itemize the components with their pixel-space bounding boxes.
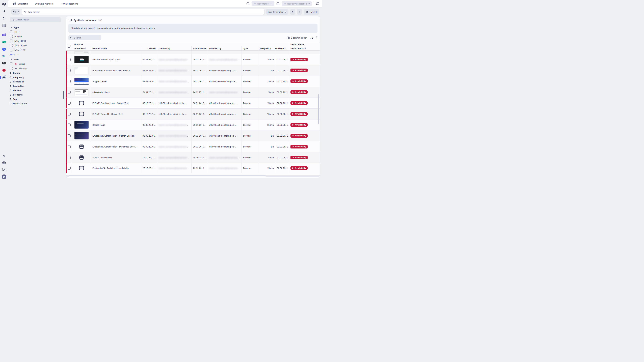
facet-section-type[interactable]: Type [10, 25, 61, 30]
availability-badge[interactable]: Availability [290, 79, 308, 83]
usage-chart-icon[interactable] [1, 167, 7, 173]
checkbox[interactable] [10, 44, 13, 47]
column-header-created-by[interactable]: Created by [157, 46, 191, 50]
table-row[interactable]: [SPINE] Admin Account - Smoke Test09.10.… [66, 98, 320, 109]
table-row[interactable]: SPINE UI availability18.10.24, 1…name.su… [66, 152, 320, 163]
column-header-last-executi-[interactable]: Last executi… [275, 46, 289, 50]
availability-badge[interactable]: Availability [290, 145, 308, 148]
facet-section-location[interactable]: Location [10, 88, 61, 92]
facet-option-browser[interactable]: Browser [10, 34, 61, 39]
checkbox[interactable] [10, 39, 13, 42]
row-checkbox[interactable] [68, 156, 70, 159]
table-row[interactable]: Search Page02.02.22, 0…name.surname@dyna… [66, 119, 320, 130]
more-facets-link[interactable]: More (1) [10, 53, 18, 56]
availability-badge[interactable]: Availability [290, 101, 308, 105]
table-row[interactable]: MissionControl Login-Logout09.03.22, 1…n… [66, 54, 320, 65]
availability-badge[interactable]: Availability [290, 123, 308, 127]
table-row[interactable]: mi recorder check24.11.25, 1…name.surnam… [66, 87, 320, 98]
help-icon[interactable] [316, 2, 319, 5]
infrastructure-app-icon[interactable] [1, 60, 7, 66]
table-row[interactable]: Embedded Authentication - Search Session… [66, 130, 320, 141]
column-header-last-modified[interactable]: Last modified [191, 46, 208, 50]
search-icon[interactable] [1, 8, 7, 14]
type-to-filter-input[interactable]: Type to filter [22, 9, 264, 15]
checkbox[interactable] [10, 35, 13, 38]
facet-section-tag[interactable]: Tag [10, 97, 61, 101]
availability-badge[interactable]: Availability [290, 68, 308, 72]
table-search-input[interactable]: Search [68, 35, 101, 40]
availability-badge[interactable]: Availability [290, 166, 308, 170]
facet-option-critical[interactable]: Critical [10, 62, 61, 66]
facet-section-frequency[interactable]: Frequency [10, 75, 61, 79]
column-header-created[interactable]: Created [141, 46, 157, 50]
table-row[interactable]: Perform2024 - 2nd Gen UI availability22.… [66, 163, 320, 173]
availability-badge[interactable]: Availability [290, 156, 308, 159]
checkbox[interactable] [10, 67, 13, 70]
columns-hidden-button[interactable]: 1 column hidden [287, 36, 307, 39]
kubernetes-app-icon[interactable] [1, 32, 7, 38]
availability-badge[interactable]: Availability [290, 58, 308, 61]
expand-rail-icon[interactable] [1, 153, 7, 159]
column-header-modified-by[interactable]: Modified by [208, 46, 242, 50]
row-checkbox[interactable] [68, 134, 70, 137]
facet-section-last-editor[interactable]: Last editor [10, 84, 61, 88]
table-row[interactable]: Embedded Authentication - Dynatrace Sess… [66, 141, 320, 152]
row-checkbox[interactable] [68, 102, 70, 105]
row-checkbox[interactable] [68, 58, 70, 61]
table-settings-icon[interactable] [310, 36, 313, 39]
row-checkbox[interactable] [68, 123, 70, 126]
scope-selector-button[interactable] [11, 9, 20, 14]
horizontal-scrollbar-thumb[interactable] [68, 175, 266, 177]
row-checkbox[interactable] [68, 91, 70, 94]
problems-app-icon[interactable] [1, 67, 7, 73]
row-checkbox[interactable] [68, 167, 70, 170]
availability-badge[interactable]: Availability [290, 90, 308, 94]
availability-badge[interactable]: Availability [290, 134, 308, 138]
synthetic-app-icon[interactable] [1, 75, 7, 80]
workflows-app-icon[interactable] [1, 46, 7, 52]
facet-section-created-by[interactable]: Created by [10, 79, 61, 84]
facet-section-alert[interactable]: Alert [10, 57, 61, 62]
availability-badge[interactable]: Availability [290, 112, 308, 116]
table-row[interactable]: [SPINE] DebugUI - Smoke Test09.10.25, 1…… [66, 109, 320, 119]
facet-search-input[interactable]: Search facets [10, 17, 61, 22]
dashboards-app-icon[interactable] [1, 39, 7, 45]
ai-sparkles-icon[interactable] [1, 15, 7, 21]
horizontal-scrollbar-track[interactable] [66, 175, 320, 177]
table-row[interactable]: Embedded Authentication - No Session02.0… [66, 65, 320, 76]
user-avatar[interactable]: D [1, 174, 7, 180]
tab-synthetic-monitors[interactable]: Synthetic monitors [35, 0, 54, 7]
row-checkbox[interactable] [68, 69, 70, 72]
new-private-location-button[interactable]: New private location [282, 1, 312, 6]
apps-grid-icon[interactable] [1, 22, 7, 28]
table-row[interactable] [66, 51, 320, 54]
time-back-button[interactable] [290, 9, 295, 14]
tab-private-locations[interactable]: Private locations [62, 0, 78, 7]
panel-resize-handle[interactable] [63, 91, 64, 99]
checkbox[interactable] [10, 62, 13, 65]
kebab-menu-icon[interactable] [316, 36, 317, 39]
new-monitor-button[interactable]: New monitor [252, 1, 274, 6]
row-checkbox[interactable] [68, 113, 70, 115]
vertical-scrollbar[interactable] [318, 94, 319, 124]
column-header-frequency[interactable]: Frequency [258, 46, 275, 50]
facet-option-nam---dns[interactable]: NAM - DNS [10, 39, 61, 43]
services-app-icon[interactable] [1, 53, 7, 59]
column-header-type[interactable]: Type [242, 46, 258, 50]
facet-option-nam---icmp[interactable]: NAM - ICMP [10, 43, 61, 48]
column-header-health-alerts[interactable]: Health alerts [289, 46, 320, 50]
info-icon[interactable] [246, 2, 250, 5]
refresh-button[interactable]: Refresh [304, 9, 319, 14]
collapse-panel-icon[interactable] [69, 18, 72, 22]
column-header-monitor-name[interactable]: Monitor name [91, 46, 141, 50]
row-checkbox[interactable] [68, 80, 70, 83]
row-checkbox[interactable] [68, 145, 70, 148]
facet-option-http[interactable]: HTTP [10, 30, 61, 34]
facet-section-status[interactable]: Status [10, 71, 61, 75]
column-header-screenshot[interactable]: Screenshot [72, 46, 91, 50]
facet-section-frontend[interactable]: Frontend [10, 92, 61, 97]
facet-option-nam---tcp[interactable]: NAM - TCP [10, 48, 61, 52]
time-range-button[interactable]: Last 30 minutes [266, 9, 289, 14]
checkbox[interactable] [10, 49, 13, 51]
select-all-checkbox[interactable] [68, 45, 70, 48]
